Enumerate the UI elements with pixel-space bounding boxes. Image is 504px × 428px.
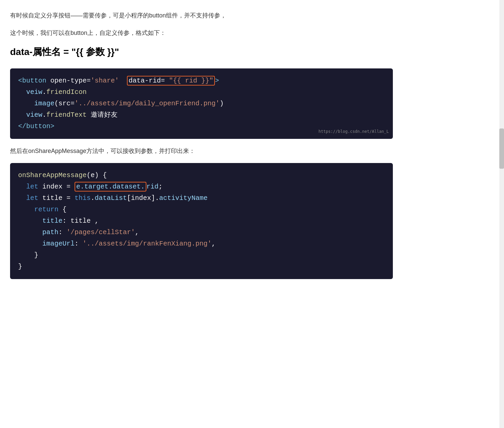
highlight-data-rid: data-rid= "{{ rid }}" xyxy=(127,76,215,86)
code-line-3: image(src='../assets/img/daily_openFrien… xyxy=(18,98,385,109)
scrollbar[interactable] xyxy=(499,0,504,428)
code-line-2: veiw.friendIcon xyxy=(18,87,385,98)
code-line-1: <button open-type='share' data-rid= "{{ … xyxy=(18,75,385,87)
code-line-b2-8: } xyxy=(18,250,385,261)
token-tag: <button xyxy=(18,77,46,85)
code-line-b2-4: return { xyxy=(18,204,385,215)
paragraph-3: 然后在onShareAppMessage方法中，可以接收到参数，并打印出来： xyxy=(10,146,393,156)
paragraph-1: 有时候自定义分享按钮——需要传参，可是小程序的button组件，并不支持传参， xyxy=(10,10,393,21)
code-block-2: onShareAppMessage(e) { let index = e.tar… xyxy=(10,163,393,279)
paragraph-2: 这个时候，我们可以在button上，自定义传参，格式如下： xyxy=(10,28,393,38)
scrollbar-thumb[interactable] xyxy=(499,128,504,169)
code-block-1: <button open-type='share' data-rid= "{{ … xyxy=(10,68,393,139)
article-content: 有时候自定义分享按钮——需要传参，可是小程序的button组件，并不支持传参， … xyxy=(7,10,393,279)
code-line-b2-3: let title = this.dataList[index].activit… xyxy=(18,193,385,204)
formula-heading: data-属性名 = "{{ 参数 }}" xyxy=(10,45,393,58)
code-line-b2-9: } xyxy=(18,261,385,272)
code-line-b2-5: title: title , xyxy=(18,215,385,227)
highlight-dataset: e.target.dataset. xyxy=(75,182,146,192)
code-line-4: view.friendText 邀请好友 xyxy=(18,109,385,121)
code-line-b2-2: let index = e.target.dataset.rid; xyxy=(18,181,385,193)
code-line-b2-1: onShareAppMessage(e) { xyxy=(18,170,385,181)
watermark-1: https://blog.csdn.net/Allan_L xyxy=(318,128,389,135)
code-line-b2-7: imageUrl: '../assets/img/rankFenXiang.pn… xyxy=(18,238,385,250)
code-line-b2-6: path: '/pages/cellStar', xyxy=(18,227,385,238)
